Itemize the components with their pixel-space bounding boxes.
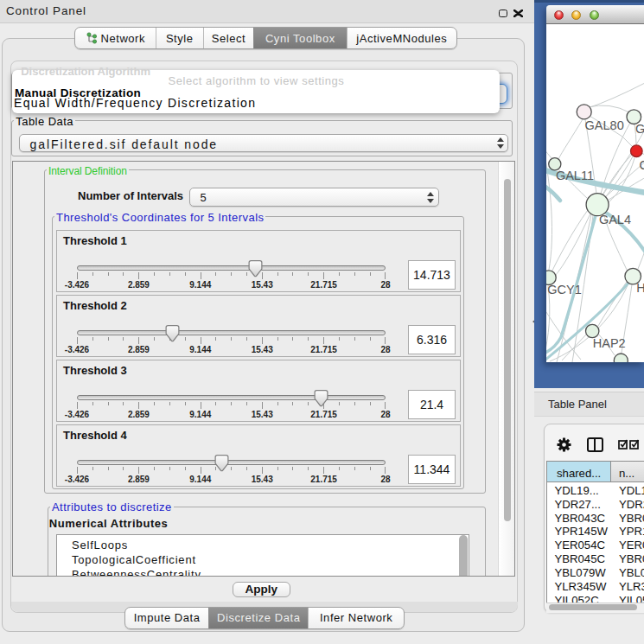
svg-text:H: H — [636, 281, 644, 295]
svg-text:GAL4: GAL4 — [598, 213, 630, 226]
svg-text:GAL80: GAL80 — [584, 118, 623, 132]
svg-text:GCY1: GCY1 — [547, 283, 582, 296]
svg-text:HAP2: HAP2 — [592, 336, 625, 350]
svg-text:C: C — [639, 158, 644, 172]
svg-text:GAL11: GAL11 — [555, 169, 593, 182]
svg-text:GA: GA — [635, 122, 644, 136]
